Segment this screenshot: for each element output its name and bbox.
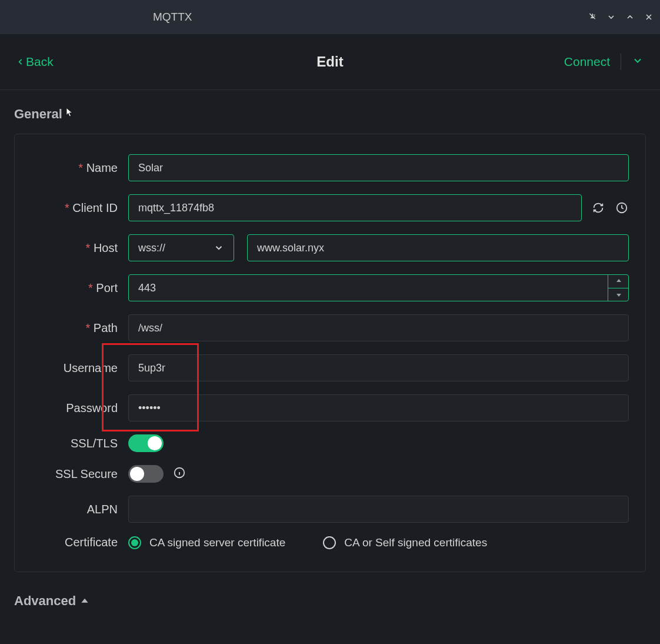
label-host: Host <box>31 241 128 255</box>
titlebar: MQTTX <box>0 0 660 34</box>
port-input[interactable] <box>128 274 629 301</box>
minimize-icon[interactable] <box>606 12 616 22</box>
clock-icon[interactable] <box>615 201 629 215</box>
label-username: Username <box>31 361 128 375</box>
label-clientid: Client ID <box>31 201 128 215</box>
label-alpn: ALPN <box>31 503 128 516</box>
radio-self-label: CA or Self signed certificates <box>344 536 487 549</box>
alpn-input[interactable] <box>128 496 629 523</box>
host-input[interactable] <box>247 234 629 261</box>
page-title: Edit <box>316 54 343 70</box>
radio-dot-icon <box>323 536 336 549</box>
username-input[interactable] <box>128 354 629 381</box>
section-advanced[interactable]: Advanced <box>14 593 646 609</box>
titlebar-controls <box>587 12 654 22</box>
caret-up-icon <box>81 597 89 605</box>
pin-icon[interactable] <box>587 12 598 22</box>
label-password: Password <box>31 401 128 415</box>
advanced-label: Advanced <box>14 593 76 609</box>
label-name: Name <box>31 161 128 175</box>
port-spinner <box>608 274 629 301</box>
back-label: Back <box>26 55 54 69</box>
content-area: General Name Client ID Host wss:// <box>0 90 660 609</box>
protocol-value: wss:// <box>138 242 165 254</box>
close-icon[interactable] <box>644 12 654 22</box>
clientid-input[interactable] <box>128 194 582 221</box>
password-input[interactable] <box>128 394 629 421</box>
radio-ca-label: CA signed server certificate <box>149 536 285 549</box>
back-button[interactable]: Back <box>16 55 54 69</box>
ssl-toggle[interactable] <box>128 434 164 452</box>
info-icon[interactable] <box>173 466 186 482</box>
connect-dropdown-icon[interactable] <box>632 55 644 69</box>
certificate-radio-group: CA signed server certificate CA or Self … <box>128 536 629 549</box>
refresh-icon[interactable] <box>591 201 605 215</box>
page-header: Back Edit Connect <box>0 34 660 90</box>
connect-button[interactable]: Connect <box>564 55 610 69</box>
separator <box>621 54 621 70</box>
radio-self-signed[interactable]: CA or Self signed certificates <box>323 536 487 549</box>
app-title: MQTTX <box>153 11 192 24</box>
name-input[interactable] <box>128 154 629 181</box>
port-down-icon[interactable] <box>608 288 629 302</box>
radio-ca-signed[interactable]: CA signed server certificate <box>128 536 285 549</box>
label-port: Port <box>31 281 128 295</box>
radio-dot-icon <box>128 536 141 549</box>
sslsecure-toggle[interactable] <box>128 465 164 483</box>
section-general: General <box>14 107 646 122</box>
label-sslsecure: SSL Secure <box>31 467 128 481</box>
path-input[interactable] <box>128 314 629 341</box>
maximize-icon[interactable] <box>625 12 635 22</box>
protocol-select[interactable]: wss:// <box>128 234 234 261</box>
label-ssl: SSL/TLS <box>31 437 128 450</box>
port-up-icon[interactable] <box>608 274 629 288</box>
header-actions: Connect <box>564 54 644 70</box>
label-certificate: Certificate <box>31 536 128 549</box>
general-form: Name Client ID Host wss:// <box>14 134 646 572</box>
label-path: Path <box>31 321 128 335</box>
